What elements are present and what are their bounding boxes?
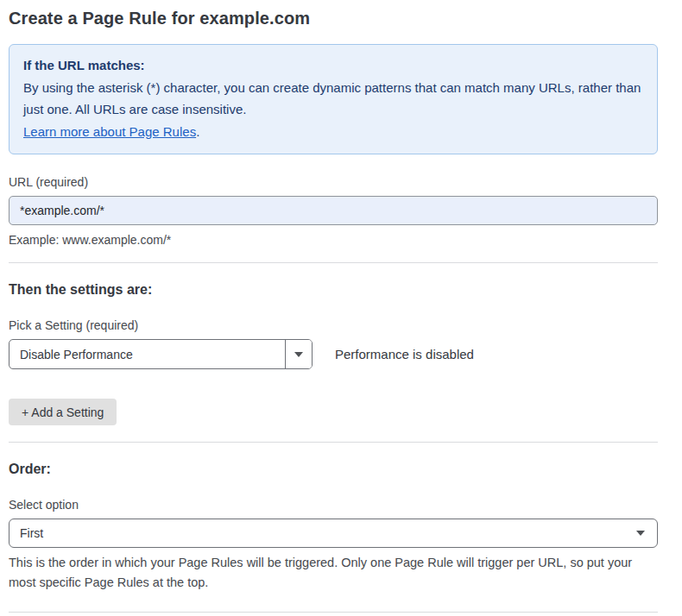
url-input[interactable] [9, 196, 658, 225]
setting-select-arrow-button[interactable] [285, 340, 312, 368]
setting-select-value: Disable Performance [9, 340, 285, 368]
chevron-down-icon [636, 531, 645, 536]
link-period: . [196, 124, 199, 139]
order-select-label: Select option [9, 498, 658, 512]
url-field-label: URL (required) [9, 175, 658, 189]
order-select[interactable]: First [9, 519, 658, 548]
info-box-heading: If the URL matches: [23, 54, 643, 77]
settings-section-heading: Then the settings are: [9, 282, 658, 298]
create-page-rule-form: Create a Page Rule for example.com If th… [0, 0, 682, 616]
add-setting-button[interactable]: + Add a Setting [9, 399, 117, 425]
divider [9, 442, 658, 443]
info-box-link-line: Learn more about Page Rules. [23, 121, 643, 143]
setting-row: Disable Performance Performance is disab… [9, 339, 658, 369]
divider [9, 612, 658, 613]
order-help-text: This is the order in which your Page Rul… [9, 553, 647, 593]
url-example-text: Example: www.example.com/* [9, 231, 658, 249]
divider [9, 262, 658, 263]
chevron-down-icon [294, 352, 303, 357]
info-box-body: By using the asterisk (*) character, you… [23, 77, 643, 121]
pick-setting-label: Pick a Setting (required) [9, 318, 658, 332]
url-match-info-box: If the URL matches: By using the asteris… [9, 44, 658, 154]
learn-more-link[interactable]: Learn more about Page Rules [23, 124, 196, 139]
order-section-heading: Order: [9, 462, 658, 477]
page-title: Create a Page Rule for example.com [9, 9, 658, 28]
order-select-arrow [636, 531, 657, 536]
setting-select[interactable]: Disable Performance [9, 339, 313, 369]
order-select-value: First [9, 526, 636, 540]
setting-status-text: Performance is disabled [335, 347, 474, 361]
